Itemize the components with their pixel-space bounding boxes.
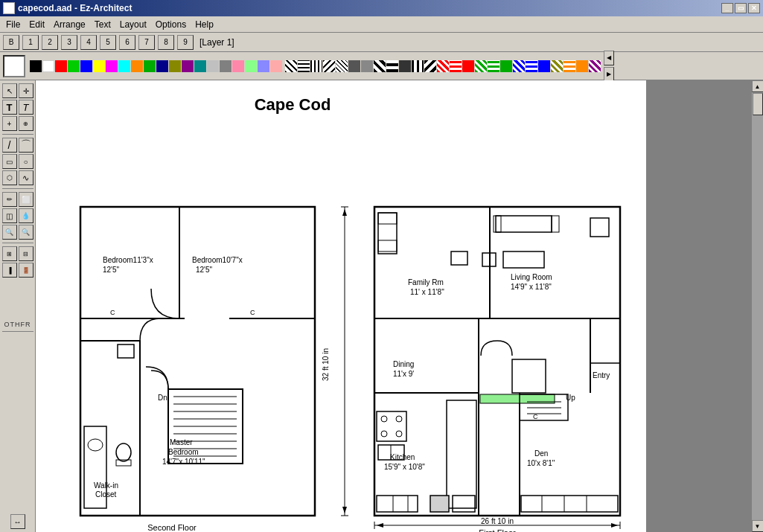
pattern-14[interactable] <box>450 60 462 72</box>
pattern-3[interactable] <box>310 60 322 72</box>
layer-8-btn[interactable]: 8 <box>158 35 174 50</box>
circle-tool[interactable]: ○ <box>19 154 33 169</box>
pattern-6[interactable] <box>348 60 360 72</box>
resize-icon[interactable]: ↔ <box>10 514 25 529</box>
color-red[interactable] <box>55 60 67 72</box>
menu-text[interactable]: Text <box>90 18 115 31</box>
scroll-track[interactable] <box>752 92 764 520</box>
color-blue[interactable] <box>80 60 92 72</box>
menu-help[interactable]: Help <box>191 18 218 31</box>
layer-7-btn[interactable]: 7 <box>138 35 155 50</box>
pattern-1[interactable] <box>285 60 297 72</box>
titlebar-title: capecod.aad - Ez-Architect <box>18 3 132 13</box>
grid-tool[interactable]: ⊟ <box>19 246 33 261</box>
pointer-tool[interactable]: ↖ <box>2 83 17 98</box>
color-lightblue[interactable] <box>258 60 269 72</box>
color-magenta[interactable] <box>106 60 118 72</box>
line-tool[interactable]: / <box>2 138 17 153</box>
color-navy[interactable] <box>156 60 168 72</box>
layer-4-btn[interactable]: 4 <box>80 35 97 50</box>
color-swatch[interactable] <box>3 55 25 77</box>
pattern-2[interactable] <box>298 60 310 72</box>
pattern-21[interactable] <box>538 60 550 72</box>
menu-options[interactable]: Options <box>151 18 191 31</box>
pencil-tool[interactable]: ✏ <box>2 192 17 207</box>
menu-file[interactable]: File <box>1 18 25 31</box>
layer-9-btn[interactable]: 9 <box>177 35 194 50</box>
pattern-10[interactable] <box>399 60 411 72</box>
layer-3-btn[interactable]: 3 <box>61 35 77 50</box>
color-cyan[interactable] <box>118 60 130 72</box>
layer-6-btn[interactable]: 6 <box>119 35 135 50</box>
vertical-scrollbar[interactable]: ▲ ▼ <box>751 80 763 532</box>
layer-5-btn[interactable]: 5 <box>100 35 116 50</box>
eraser-tool[interactable]: ⬜ <box>19 192 33 207</box>
menu-layout[interactable]: Layout <box>115 18 151 31</box>
pattern-22[interactable] <box>551 60 563 72</box>
color-white[interactable] <box>42 60 54 72</box>
zoom-out-tool[interactable]: 🔍 <box>19 225 33 240</box>
door-tool[interactable]: 🚪 <box>19 263 33 278</box>
text-tool[interactable]: T <box>2 100 17 115</box>
minimize-button[interactable]: _ <box>721 3 733 13</box>
pattern-24[interactable] <box>576 60 588 72</box>
zoom-in-tool[interactable]: 🔍 <box>2 225 17 240</box>
pattern-19[interactable] <box>513 60 525 72</box>
color-olive[interactable] <box>169 60 181 72</box>
crosshair-tool[interactable]: ✛ <box>19 83 33 98</box>
curve-tool[interactable]: ∿ <box>19 170 33 185</box>
color-green2[interactable] <box>144 60 156 72</box>
pattern-8[interactable] <box>374 60 386 72</box>
pattern-5[interactable] <box>336 60 348 72</box>
color-yellow[interactable] <box>93 60 105 72</box>
pattern-12[interactable] <box>424 60 436 72</box>
polygon-tool[interactable]: ⬡ <box>2 170 17 185</box>
pattern-11[interactable] <box>412 60 424 72</box>
color-peach[interactable] <box>270 60 282 72</box>
color-pink[interactable] <box>232 60 244 72</box>
scroll-up-btn[interactable]: ▲ <box>752 80 764 92</box>
restore-button[interactable]: ▭ <box>735 3 747 13</box>
color-gray[interactable] <box>220 60 232 72</box>
layer-1-btn[interactable]: 1 <box>22 35 39 50</box>
close-button[interactable]: ✕ <box>748 3 760 13</box>
fill-tool[interactable]: ◫ <box>2 208 17 223</box>
pattern-4[interactable] <box>323 60 335 72</box>
eyedrop-tool[interactable]: 💧 <box>19 208 33 223</box>
scroll-down-btn[interactable]: ▼ <box>752 520 764 532</box>
bold-button[interactable]: B <box>3 35 19 50</box>
color-orange[interactable] <box>131 60 143 72</box>
pattern-18[interactable] <box>500 60 512 72</box>
wall-tool[interactable]: ▐ <box>2 263 17 278</box>
pattern-16[interactable] <box>475 60 487 72</box>
pattern-23[interactable] <box>564 60 575 72</box>
snap-tool[interactable]: ⊞ <box>2 246 17 261</box>
canvas-area[interactable]: Cape Cod Bedroom11'3"x 12'5" Bedroom10'7… <box>36 80 751 532</box>
color-teal[interactable] <box>194 60 206 72</box>
menu-arrange[interactable]: Arrange <box>49 18 90 31</box>
second-floor-label: Second Floor <box>147 523 197 532</box>
rect-tool[interactable]: ▭ <box>2 154 17 169</box>
pattern-13[interactable] <box>437 60 449 72</box>
pattern-17[interactable] <box>488 60 499 72</box>
pattern-7[interactable] <box>361 60 373 72</box>
color-black[interactable] <box>30 60 42 72</box>
color-purple[interactable] <box>182 60 194 72</box>
pattern-25[interactable] <box>589 60 601 72</box>
pattern-15[interactable] <box>462 60 474 72</box>
horizontal-dimension: 26 ft 10 in <box>481 517 514 525</box>
color-lime[interactable] <box>68 60 80 72</box>
scroll-thumb[interactable] <box>753 93 763 115</box>
pattern-9[interactable] <box>386 60 398 72</box>
color-silver[interactable] <box>207 60 219 72</box>
layer-2-btn[interactable]: 2 <box>42 35 58 50</box>
plus-tool[interactable]: + <box>2 116 17 131</box>
menu-edit[interactable]: Edit <box>25 18 49 31</box>
palette-next[interactable]: ▶ <box>604 67 614 82</box>
move-tool[interactable]: ⊕ <box>19 116 33 131</box>
pattern-20[interactable] <box>526 60 537 72</box>
text-italic-tool[interactable]: T <box>19 100 33 115</box>
arc-tool[interactable]: ⌒ <box>19 138 33 153</box>
color-lightgreen[interactable] <box>245 60 257 72</box>
palette-prev[interactable]: ◀ <box>604 51 614 65</box>
